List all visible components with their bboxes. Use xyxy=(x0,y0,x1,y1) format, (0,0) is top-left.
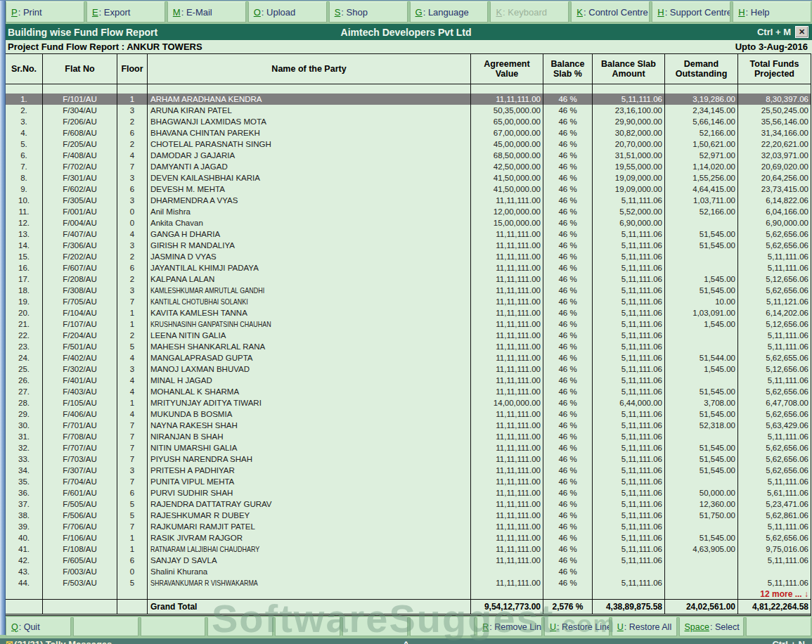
bottom-toolbar: Q: QuitR: Remove LineU: Restore LineU: R… xyxy=(0,616,812,638)
table-row-29[interactable]: 29.F/406/AU4MUKUNDA B BOSMIA11,11,111.00… xyxy=(6,408,811,420)
table-row-15[interactable]: 15.F/202/AU2JASMINA D VYAS11,11,111.0046… xyxy=(6,251,811,262)
toolbar-button-e-mail[interactable]: M: E-Mail xyxy=(167,1,246,22)
scroll-up-indicator: ^ xyxy=(0,639,812,644)
cell-flat-no: F/204/AU xyxy=(43,330,117,341)
table-row-22[interactable]: 22.F/204/AU2LEENA NITIN GALIA11,11,111.0… xyxy=(6,330,811,341)
table-row-28[interactable]: 28.F/105/AU1MRITYUNJAY ADITYA TIWARI14,0… xyxy=(6,397,811,408)
toolbar-button-restore-line[interactable]: U: Restore Line xyxy=(544,617,610,636)
cell-flat-no: F/105/AU xyxy=(43,397,117,408)
cell-balance-slab-pct: 46 % xyxy=(543,363,593,375)
table-row-35[interactable]: 35.F/704/AU7PUNITA VIPUL MEHTA11,11,111.… xyxy=(6,476,811,487)
cell-balance-slab-amount: 5,11,111.06 xyxy=(593,465,665,476)
cell-party-name: DEVEN KAILASHBHAI KARIA xyxy=(148,172,471,183)
cell-balance-slab-amount: 5,11,111.06 xyxy=(593,543,665,555)
cell-srno: 33. xyxy=(6,453,43,465)
cell-demand-outstanding: 51,545.00 xyxy=(665,408,738,420)
toolbar-button-select[interactable]: Space: Select xyxy=(679,617,745,636)
table-row-8[interactable]: 8.F/301/AU3DEVEN KAILASHBHAI KARIA41,50,… xyxy=(6,172,811,183)
cell-srno: 14. xyxy=(6,240,43,251)
cell-balance-slab-pct: 46 % xyxy=(543,251,593,262)
table-row-20[interactable]: 20.F/104/AU1KAVITA KAMLESH TANNA11,11,11… xyxy=(6,307,811,318)
toolbar-spacer-cell xyxy=(342,617,408,636)
table-row-9[interactable]: 9.F/602/AU6DEVESH M. MEHTA41,50,000.0046… xyxy=(6,183,811,195)
toolbar-button-support-centre[interactable]: H: Support Centre xyxy=(652,1,730,22)
cell-agreement-value: 11,11,111.00 xyxy=(471,408,543,420)
table-row-26[interactable]: 26.F/401/AU4MINAL H JAGAD11,11,111.0046 … xyxy=(6,375,811,386)
cell-demand-outstanding: 51,545.00 xyxy=(665,532,738,543)
cell-flat-no: F/602/AU xyxy=(43,183,117,195)
table-row-14[interactable]: 14.F/306/AU3GIRISH R MANDALIYA11,11,111.… xyxy=(6,240,811,251)
table-row-7[interactable]: 7.F/702/AU7DAMYANTI A JAGAD42,50,000.004… xyxy=(6,161,811,172)
cell-floor: 3 xyxy=(117,363,148,375)
table-row-44[interactable]: 44.F/503/AU5SHRAVANKUMAR R VISHWAKARMA11… xyxy=(6,577,811,588)
table-row-25[interactable]: 25.F/302/AU3MANOJ LAXMAN BHUVAD11,11,111… xyxy=(6,363,811,375)
table-row-1[interactable]: 1.F/101/AU1ARHAM ARADHANA KENDRA11,11,11… xyxy=(6,94,811,105)
cell-balance-slab-pct: 46 % xyxy=(543,318,593,330)
table-row-19[interactable]: 19.F/705/AU7KANTILAL CHOTUBHAI SOLANKI11… xyxy=(6,296,811,307)
cell-srno: 10. xyxy=(6,195,43,206)
cell-flat-no: F/001/AU xyxy=(43,206,117,217)
cell-demand-outstanding: 51,545.00 xyxy=(665,442,738,453)
cell-party-name: ARHAM ARADHANA KENDRA xyxy=(148,94,471,105)
cell-srno: 6. xyxy=(6,150,43,161)
table-row-11[interactable]: 11.F/001/AU0Anil Mishra12,00,000.0046 %5… xyxy=(6,206,811,217)
table-row-36[interactable]: 36.F/601/AU6PURVI SUDHIR SHAH11,11,111.0… xyxy=(6,487,811,498)
table-row-21[interactable]: 21.F/107/AU1KRUSHNASINH GANPATSINH CHAUH… xyxy=(6,318,811,330)
table-row-3[interactable]: 3.F/206/AU2BHAGWANJI LAXMIDAS MOTA65,00,… xyxy=(6,116,811,127)
table-row-43[interactable]: 43.F/003/AU0Shalini Khurana46 % xyxy=(6,566,811,577)
toolbar-button-restore-all[interactable]: U: Restore All xyxy=(612,617,677,636)
cell-agreement-value: 14,00,000.00 xyxy=(471,397,543,408)
table-row-31[interactable]: 31.F/708/AU7NIRANJAN B SHAH11,11,111.004… xyxy=(6,431,811,442)
cell-flat-no: F/406/AU xyxy=(43,408,117,420)
table-row-5[interactable]: 5.F/205/AU2CHOTELAL PARASNATH SINGH45,00… xyxy=(6,139,811,150)
cell-floor: 6 xyxy=(117,127,148,139)
toolbar-button-print[interactable]: P: Print xyxy=(6,1,84,22)
cell-total-funds-projected: 5,62,655.06 xyxy=(738,352,811,363)
table-row-12[interactable]: 12.F/004/AU0Ankita Chavan15,00,000.0046 … xyxy=(6,217,811,228)
toolbar-button-upload[interactable]: O: Upload xyxy=(248,1,327,22)
table-row-18[interactable]: 18.F/308/AU3KAMLESHKUMAR AMRUTLAL GANDHI… xyxy=(6,285,811,296)
cell-party-name: GIRISH R MANDALIYA xyxy=(148,240,471,251)
table-row-6[interactable]: 6.F/408/AU4DAMODAR J GAJARIA68,50,000.00… xyxy=(6,150,811,161)
toolbar-button-remove-line[interactable]: R: Remove Line xyxy=(477,617,542,636)
cell-balance-slab-pct: 46 % xyxy=(543,206,593,217)
toolbar-button-control-centre[interactable]: K: Control Centre xyxy=(571,1,650,22)
table-row-17[interactable]: 17.F/208/AU2KALPANA LALAN11,11,111.0046 … xyxy=(6,273,811,285)
col-header-demand-outstanding: Demand Outstanding xyxy=(665,54,738,84)
table-row-24[interactable]: 24.F/402/AU4MANGALAPRASAD GUPTA11,11,111… xyxy=(6,352,811,363)
cell-floor: 1 xyxy=(117,397,148,408)
table-row-38[interactable]: 38.F/506/AU5RAJESHKUMAR R DUBEY11,11,111… xyxy=(6,510,811,521)
table-row-23[interactable]: 23.F/501/AU5MAHESH SHANKARLAL RANA11,11,… xyxy=(6,341,811,352)
cell-balance-slab-amount: 5,11,111.06 xyxy=(593,476,665,487)
table-row-30[interactable]: 30.F/701/AU7NAYNA RAKESH SHAH11,11,111.0… xyxy=(6,420,811,431)
toolbar-button-help[interactable]: H: Help xyxy=(733,1,811,22)
spacer-cell xyxy=(738,84,811,94)
cell-party-name: PIYUSH NARENDRA SHAH xyxy=(148,453,471,465)
toolbar-button-language[interactable]: G: Language xyxy=(410,1,489,22)
table-row-32[interactable]: 32.F/707/AU7NITIN UMARSHI GALIA11,11,111… xyxy=(6,442,811,453)
table-row-10[interactable]: 10.F/305/AU3DHARMENDRA A VYAS11,11,111.0… xyxy=(6,195,811,206)
table-row-33[interactable]: 33.F/703/AU7PIYUSH NARENDRA SHAH11,11,11… xyxy=(6,453,811,465)
table-row-34[interactable]: 34.F/307/AU3PRITESH A PADHIYAR11,11,111.… xyxy=(6,465,811,476)
close-icon[interactable]: ✕ xyxy=(795,26,808,38)
cell-agreement-value: 11,11,111.00 xyxy=(471,476,543,487)
table-row-42[interactable]: 42.F/605/AU6SANJAY D SAVLA11,11,111.0046… xyxy=(6,555,811,566)
table-row-39[interactable]: 39.F/706/AU7RAJKUMARI RAMJIT PATEL11,11,… xyxy=(6,521,811,532)
cell-party-name: MANGALAPRASAD GUPTA xyxy=(148,352,471,363)
table-row-27[interactable]: 27.F/403/AU4MOHANLAL K SHARMA11,11,111.0… xyxy=(6,386,811,397)
cell-floor: 4 xyxy=(117,352,148,363)
cell-floor: 7 xyxy=(117,420,148,431)
cell-total-funds-projected: 5,61,111.06 xyxy=(738,487,811,498)
table-row-40[interactable]: 40.F/106/AU1RASIK JIVRAM RAJGOR11,11,111… xyxy=(6,532,811,543)
toolbar-button-shop[interactable]: S: Shop xyxy=(329,1,408,22)
table-row-13[interactable]: 13.F/407/AU4GANGA H DHARIA11,11,111.0046… xyxy=(6,228,811,240)
table-row-16[interactable]: 16.F/607/AU6JAYANTILAL KHIMJI PADAYA11,1… xyxy=(6,262,811,273)
table-row-37[interactable]: 37.F/505/AU5RAJENDRA DATTATRAY GURAV11,1… xyxy=(6,498,811,510)
cell-demand-outstanding: 1,03,091.00 xyxy=(665,307,738,318)
cell-floor: 6 xyxy=(117,262,148,273)
toolbar-button-quit[interactable]: Q: Quit xyxy=(6,617,71,636)
table-row-4[interactable]: 4.F/608/AU6BHAVANA CHINTAN PAREKH67,00,0… xyxy=(6,127,811,139)
table-row-41[interactable]: 41.F/108/AU1RATNARAM LALJIBHAI CHAUDHARY… xyxy=(6,543,811,555)
toolbar-button-export[interactable]: E: Export xyxy=(86,1,165,22)
table-row-2[interactable]: 2.F/304/AU3ARUNA KIRAN PATEL50,35,000.00… xyxy=(6,105,811,116)
